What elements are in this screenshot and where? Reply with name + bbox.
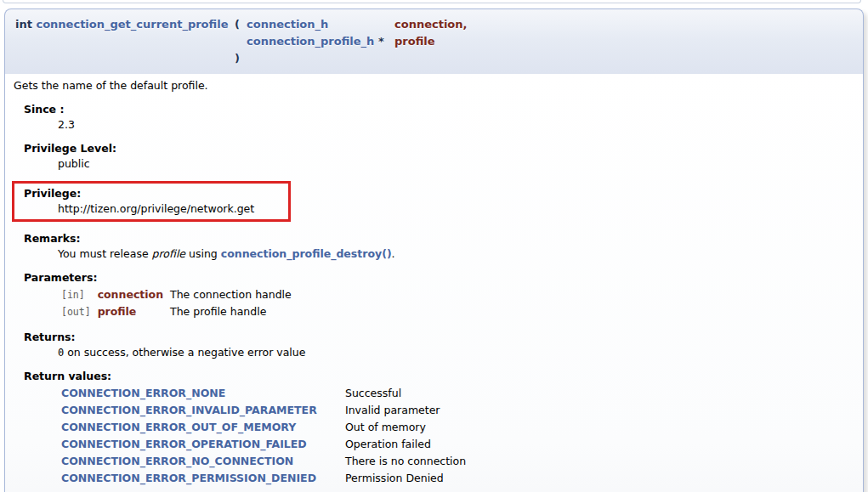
parameter-row: [out] profile The profile handle [58,303,295,320]
signature-row-3: ) [15,50,467,67]
error-code-description: There is no connection [342,453,469,470]
remarks-text-before: You must release [58,247,152,260]
function-name-link[interactable]: connection_get_current_profile [36,18,228,31]
since-value: 2.3 [58,118,854,132]
return-type: int [15,18,32,31]
error-code-description: Successful [342,385,469,402]
function-doc-block: int connection_get_current_profile ( con… [4,8,864,492]
param-type-suffix: * [378,35,384,48]
error-code-link[interactable]: CONNECTION_ERROR_OPERATION_FAILED [61,438,307,450]
privilege-level-value: public [58,157,854,171]
api-doc-page: int connection_get_current_profile ( con… [0,0,868,492]
destroy-function-link[interactable]: connection_profile_destroy() [221,247,392,260]
privilege-title: Privilege: [24,187,281,201]
param-description: The connection handle [167,286,295,303]
since-title: Since : [24,103,854,116]
error-code-link[interactable]: CONNECTION_ERROR_PERMISSION_DENIED [61,472,316,484]
return-values-section: Return values: CONNECTION_ERROR_NONE Suc… [24,370,854,487]
returns-text-rest: on success, otherwise a negative error v… [64,346,305,359]
error-code-link[interactable]: CONNECTION_ERROR_NONE [61,387,225,399]
signature-table: int connection_get_current_profile ( con… [15,16,467,67]
param-name: connection, [394,16,467,33]
privilege-level-title: Privilege Level: [24,142,854,156]
param-name: profile [394,33,467,50]
error-code-description: Invalid parameter [342,402,469,419]
parameters-section: Parameters: [in] connection The connecti… [24,271,854,320]
return-value-row: CONNECTION_ERROR_NONE Successful [58,385,469,402]
remarks-title: Remarks: [24,232,854,246]
return-value-row: CONNECTION_ERROR_INVALID_PARAMETER Inval… [58,402,469,419]
remarks-text-middle: using [185,247,221,260]
signature-row-1: int connection_get_current_profile ( con… [15,16,467,33]
param-type-link[interactable]: connection_h [247,18,328,31]
param-direction: [out] [58,303,94,320]
error-code-link[interactable]: CONNECTION_ERROR_NO_CONNECTION [61,455,293,467]
signature-row-2: connection_profile_h * profile [15,33,467,50]
privilege-highlight-box: Privilege: http://tizen.org/privilege/ne… [12,181,291,222]
return-value-row: CONNECTION_ERROR_OUT_OF_MEMORY Out of me… [58,419,469,436]
previous-block-bottom-edge [3,0,861,3]
return-values-table: CONNECTION_ERROR_NONE Successful CONNECT… [58,385,469,487]
remarks-emphasis: profile [152,247,185,260]
return-value-row: CONNECTION_ERROR_PERMISSION_DENIED Permi… [58,470,469,487]
parameters-table: [in] connection The connection handle [o… [58,286,295,320]
error-code-link[interactable]: CONNECTION_ERROR_OUT_OF_MEMORY [61,421,296,433]
return-value-row: CONNECTION_ERROR_OPERATION_FAILED Operat… [58,436,469,453]
privilege-url: http://tizen.org/privilege/network.get [58,202,281,216]
privilege-level-section: Privilege Level: public [24,142,854,171]
param-direction: [in] [58,286,94,303]
return-values-title: Return values: [24,370,854,383]
param-name: connection [94,286,167,303]
return-value-row: CONNECTION_ERROR_NO_CONNECTION There is … [58,453,469,470]
open-paren: ( [235,16,247,33]
error-code-description: Operation failed [342,436,469,453]
error-code-description: Out of memory [342,419,469,436]
remarks-section: Remarks: You must release profile using … [24,232,854,261]
function-signature: int connection_get_current_profile ( con… [4,8,864,74]
parameter-row: [in] connection The connection handle [58,286,295,303]
remarks-text-after: . [392,247,395,260]
returns-text: 0 on success, otherwise a negative error… [58,346,854,359]
param-description: The profile handle [167,303,295,320]
remarks-text: You must release profile using connectio… [58,247,854,261]
param-type-link[interactable]: connection_profile_h [247,35,374,48]
error-code-description: Permission Denied [342,470,469,487]
param-name: profile [94,303,167,320]
parameters-title: Parameters: [24,271,854,285]
close-paren: ) [235,50,247,67]
returns-section: Returns: 0 on success, otherwise a negat… [24,331,854,359]
since-section: Since : 2.3 [24,103,854,132]
error-code-link[interactable]: CONNECTION_ERROR_INVALID_PARAMETER [61,404,317,416]
function-description: Gets the name of the default profile. [14,79,854,93]
function-documentation: Gets the name of the default profile. Si… [4,74,864,492]
returns-title: Returns: [24,331,854,344]
